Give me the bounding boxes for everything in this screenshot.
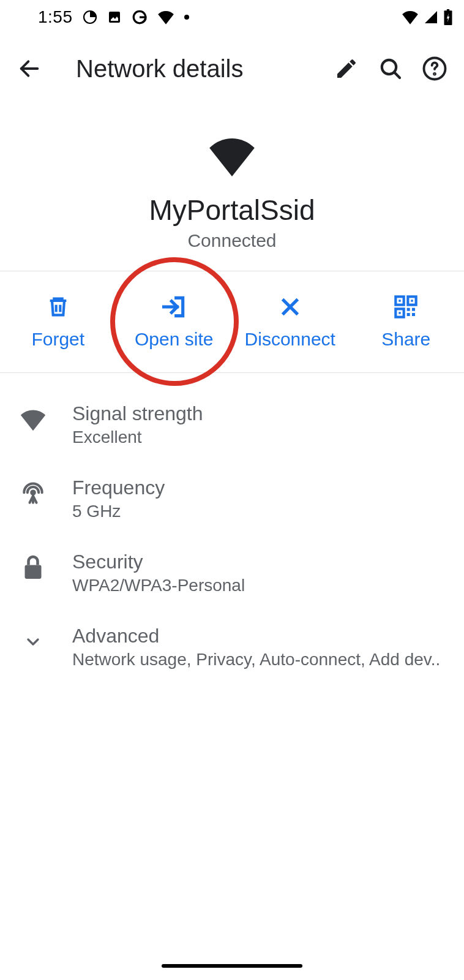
antenna-icon	[18, 479, 48, 508]
network-ssid: MyPortalSsid	[149, 194, 315, 227]
status-time: 1:55	[38, 7, 73, 27]
open-site-icon	[160, 293, 187, 320]
disconnect-button[interactable]: Disconnect	[232, 271, 348, 372]
data-saver-icon	[83, 10, 97, 24]
detail-text: Security WPA2/WPA3-Personal	[72, 551, 446, 595]
frequency-value: 5 GHz	[72, 502, 446, 521]
wifi-icon-small	[157, 10, 174, 24]
page-title: Network details	[76, 55, 317, 83]
help-button[interactable]	[420, 54, 449, 83]
detail-text: Advanced Network usage, Privacy, Auto-co…	[72, 625, 446, 669]
svg-rect-23	[407, 313, 410, 316]
status-left: 1:55	[11, 7, 189, 27]
svg-rect-22	[412, 308, 415, 311]
signal-strength-row[interactable]: Signal strength Excellent	[0, 388, 464, 462]
svg-rect-1	[109, 12, 120, 23]
svg-point-9	[434, 74, 435, 75]
svg-rect-24	[412, 313, 415, 316]
svg-rect-29	[25, 565, 42, 579]
wifi-large-icon	[208, 137, 256, 176]
status-bar: 1:55	[0, 0, 464, 34]
svg-line-7	[394, 72, 400, 78]
svg-rect-18	[411, 300, 413, 301]
svg-rect-21	[407, 308, 410, 311]
security-value: WPA2/WPA3-Personal	[72, 576, 446, 595]
close-icon	[277, 293, 304, 320]
network-header: MyPortalSsid Connected	[0, 103, 464, 271]
open-site-button[interactable]: Open site	[116, 271, 233, 372]
signal-title: Signal strength	[72, 402, 446, 425]
google-icon	[132, 9, 148, 25]
frequency-row[interactable]: Frequency 5 GHz	[0, 462, 464, 536]
connection-status: Connected	[187, 230, 276, 251]
dot-icon	[184, 15, 189, 20]
back-button[interactable]	[15, 54, 44, 83]
trash-icon	[45, 293, 72, 320]
cellular-icon	[424, 10, 438, 24]
advanced-title: Advanced	[72, 625, 446, 647]
action-row: Forget Open site Disconnect Share	[0, 271, 464, 373]
battery-charging-icon	[443, 9, 453, 25]
forget-label: Forget	[31, 329, 84, 350]
forget-button[interactable]: Forget	[0, 271, 116, 372]
disconnect-label: Disconnect	[245, 329, 335, 350]
detail-list: Signal strength Excellent Frequency 5 GH…	[0, 373, 464, 684]
detail-text: Frequency 5 GHz	[72, 477, 446, 521]
svg-rect-20	[399, 312, 401, 314]
advanced-value: Network usage, Privacy, Auto-connect, Ad…	[72, 650, 446, 669]
qr-icon	[392, 293, 419, 320]
status-right	[402, 9, 453, 25]
detail-text: Signal strength Excellent	[72, 402, 446, 447]
signal-value: Excellent	[72, 428, 446, 447]
chevron-down-icon	[18, 627, 48, 657]
advanced-row[interactable]: Advanced Network usage, Privacy, Auto-co…	[0, 610, 464, 684]
gesture-nav-bar[interactable]	[162, 964, 302, 968]
share-button[interactable]: Share	[348, 271, 465, 372]
security-row[interactable]: Security WPA2/WPA3-Personal	[0, 536, 464, 610]
edit-button[interactable]	[332, 54, 361, 83]
wifi-signal-icon	[18, 405, 48, 434]
toolbar: Network details	[0, 34, 464, 103]
search-button[interactable]	[376, 54, 405, 83]
open-site-label: Open site	[135, 329, 213, 350]
security-title: Security	[72, 551, 446, 573]
lock-icon	[18, 553, 48, 582]
svg-rect-4	[447, 9, 449, 11]
svg-rect-16	[399, 300, 401, 301]
wifi-icon	[402, 10, 419, 24]
share-label: Share	[381, 329, 430, 350]
image-icon	[107, 10, 122, 24]
frequency-title: Frequency	[72, 477, 446, 499]
